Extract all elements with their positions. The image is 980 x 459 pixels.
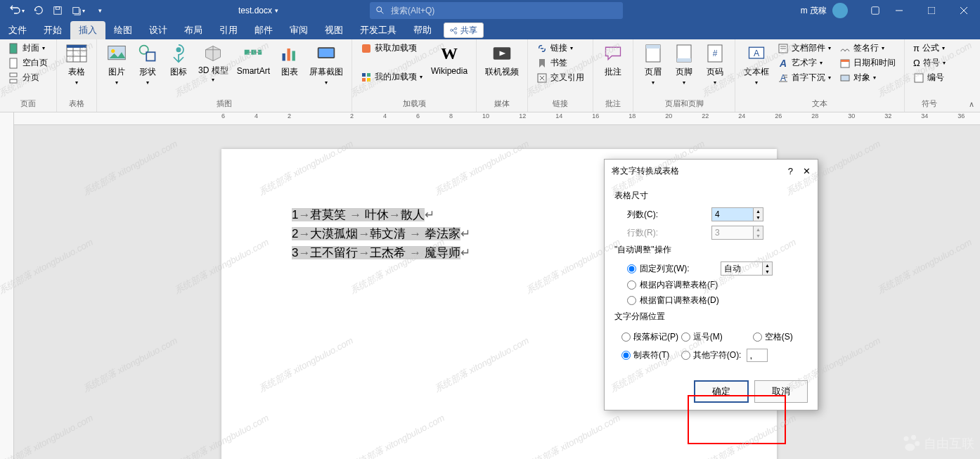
- chart-button[interactable]: 图表: [276, 41, 304, 79]
- shapes-button[interactable]: 形状▾: [134, 41, 162, 87]
- cols-up[interactable]: ▲: [754, 208, 763, 214]
- space-radio[interactable]: [753, 332, 762, 342]
- group-illustrations: 图片▾ 形状▾ 图标 3D 模型▾ SmartArt 图表 屏幕截图▾ 插图: [97, 39, 352, 112]
- quickparts-button[interactable]: 文档部件 ▾: [775, 41, 834, 56]
- textbox-button[interactable]: A文本框▾: [741, 41, 772, 87]
- tab-design[interactable]: 设计: [141, 21, 176, 39]
- tab-devtools[interactable]: 开发工具: [352, 21, 405, 39]
- fixed-width-spinner[interactable]: ▲▼: [721, 261, 774, 276]
- svg-rect-43: [646, 45, 660, 49]
- search-box[interactable]: 搜索(Alt+Q): [370, 2, 623, 19]
- link-button[interactable]: 链接 ▾: [534, 41, 587, 56]
- header-button[interactable]: 页眉▾: [639, 41, 667, 87]
- dropcap-button[interactable]: A首字下沉 ▾: [775, 70, 834, 85]
- space-label[interactable]: 空格(S): [765, 331, 793, 343]
- cols-label: 列数(C):: [627, 209, 711, 221]
- other-radio[interactable]: [681, 351, 690, 360]
- online-video-button[interactable]: 联机视频: [482, 41, 522, 79]
- tab-home[interactable]: 开始: [35, 21, 70, 39]
- cols-spinner[interactable]: ▲▼: [711, 207, 765, 221]
- comma-radio[interactable]: [681, 332, 690, 342]
- tab-insert[interactable]: 插入: [70, 21, 105, 39]
- ribbon-display-icon[interactable]: [870, 6, 880, 15]
- user-name[interactable]: m 茂稼: [801, 5, 827, 17]
- page-break-button[interactable]: 分页: [6, 70, 51, 85]
- tab-review[interactable]: 审阅: [281, 21, 316, 39]
- minimize-button[interactable]: [883, 0, 915, 21]
- smartart-button[interactable]: SmartArt: [234, 41, 273, 77]
- tab-references[interactable]: 引用: [211, 21, 246, 39]
- cols-down[interactable]: ▼: [754, 214, 763, 221]
- tab-label[interactable]: 制表符(T): [633, 349, 669, 361]
- collapse-ribbon-button[interactable]: ∧: [969, 100, 974, 109]
- group-media-label: 媒体: [482, 97, 522, 110]
- fit-content-label[interactable]: 根据内容调整表格(F): [640, 279, 718, 291]
- horizontal-ruler: 64224681012141618202224262830323436: [14, 112, 980, 125]
- bookmark-button[interactable]: 书签: [534, 56, 587, 70]
- share-button[interactable]: 共享: [444, 22, 484, 38]
- blank-page-button[interactable]: 空白页: [6, 56, 51, 70]
- pictures-button[interactable]: 图片▾: [103, 41, 131, 87]
- comment-button[interactable]: 批注: [599, 41, 627, 79]
- other-char-input[interactable]: [747, 349, 768, 362]
- fixed-width-label[interactable]: 固定列宽(W):: [640, 263, 717, 275]
- qat-more-button[interactable]: ▾: [94, 4, 106, 17]
- icons-button[interactable]: 图标: [165, 41, 193, 79]
- tab-layout[interactable]: 布局: [176, 21, 211, 39]
- para-radio[interactable]: [621, 332, 631, 342]
- datetime-button[interactable]: 日期和时间: [837, 56, 898, 70]
- para-label[interactable]: 段落标记(P): [633, 331, 678, 343]
- tab-radio[interactable]: [621, 351, 631, 360]
- fixed-width-input[interactable]: [721, 261, 763, 276]
- fit-window-label[interactable]: 根据窗口调整表格(D): [640, 295, 719, 306]
- maximize-button[interactable]: [915, 0, 948, 21]
- tab-mail[interactable]: 邮件: [246, 21, 281, 39]
- signature-button[interactable]: 签名行 ▾: [837, 41, 898, 56]
- close-window-button[interactable]: [948, 0, 980, 21]
- symbol-button[interactable]: Ω 符号 ▾: [910, 56, 948, 70]
- cover-page-button[interactable]: 封面 ▾: [6, 41, 51, 56]
- fit-window-radio[interactable]: [627, 296, 636, 305]
- comma-label[interactable]: 逗号(M): [693, 331, 723, 343]
- undo-button[interactable]: ▾: [6, 2, 29, 19]
- cols-input[interactable]: [711, 207, 754, 221]
- share-icon: [450, 26, 458, 34]
- other-label[interactable]: 其他字符(O):: [693, 349, 742, 361]
- tab-draw[interactable]: 绘图: [105, 21, 141, 39]
- number-button[interactable]: 编号: [910, 70, 948, 85]
- wikipedia-button[interactable]: WWikipedia: [428, 41, 470, 77]
- 3d-model-button[interactable]: 3D 模型▾: [195, 41, 231, 84]
- dialog-close-button[interactable]: ✕: [803, 166, 811, 176]
- cancel-button[interactable]: 取消: [754, 380, 808, 403]
- table-button[interactable]: 表格▾: [63, 41, 91, 87]
- screenshot-button[interactable]: 屏幕截图▾: [307, 41, 346, 87]
- object-button[interactable]: 对象 ▾: [837, 70, 898, 85]
- customize-qat-button[interactable]: ▾: [67, 3, 89, 18]
- user-avatar[interactable]: [832, 3, 848, 18]
- my-addins-button[interactable]: 我的加载项 ▾: [358, 70, 425, 84]
- svg-rect-61: [915, 74, 923, 82]
- pagenum-button[interactable]: #页码▾: [701, 41, 729, 87]
- svg-rect-45: [677, 58, 691, 62]
- group-comments-label: 批注: [599, 97, 627, 110]
- footer-button[interactable]: 页脚▾: [670, 41, 698, 87]
- wordart-button[interactable]: A艺术字 ▾: [775, 56, 834, 70]
- ok-button[interactable]: 确定: [694, 380, 749, 403]
- svg-rect-11: [10, 58, 17, 68]
- dialog-help-button[interactable]: ?: [788, 166, 793, 176]
- svg-rect-23: [146, 52, 155, 60]
- tab-file[interactable]: 文件: [0, 21, 35, 39]
- get-addins-button[interactable]: 获取加载项: [358, 41, 425, 56]
- svg-rect-19: [67, 45, 86, 48]
- fit-content-radio[interactable]: [627, 280, 636, 290]
- crossref-button[interactable]: 交叉引用: [534, 70, 587, 85]
- svg-rect-5: [872, 7, 879, 15]
- fixed-width-radio[interactable]: [627, 264, 636, 273]
- svg-text:#: #: [713, 49, 718, 58]
- equation-button[interactable]: π 公式 ▾: [910, 41, 948, 56]
- save-button[interactable]: [49, 3, 67, 18]
- tab-view[interactable]: 视图: [316, 21, 352, 39]
- redo-button[interactable]: [30, 3, 48, 18]
- tab-help[interactable]: 帮助: [405, 21, 440, 39]
- editing-area[interactable]: 64224681012141618202224262830323436 1→君莫…: [14, 112, 980, 459]
